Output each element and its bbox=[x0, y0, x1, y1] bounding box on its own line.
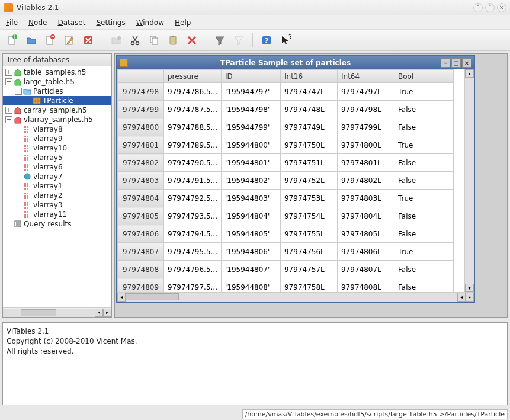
table-row[interactable]: 9797480697974794.5...'195944805'97974755… bbox=[118, 225, 454, 243]
tree-body[interactable]: +table_samples.h5−large_table.h5−Particl… bbox=[3, 66, 111, 307]
menu-dataset[interactable]: Dataset bbox=[57, 18, 85, 27]
table-cell[interactable]: 97974806L bbox=[337, 243, 394, 261]
tree-item[interactable]: Query results bbox=[3, 219, 111, 229]
tree-item[interactable]: vlarray5 bbox=[3, 153, 111, 162]
tree-item[interactable]: −vlarray_samples.h5 bbox=[3, 115, 111, 124]
table-cell[interactable]: 97974799L bbox=[337, 118, 394, 136]
close-file-button[interactable]: – bbox=[43, 33, 58, 48]
subwindow-close-button[interactable]: × bbox=[462, 58, 471, 68]
table-row[interactable]: 9797480297974790.5...'195944801'97974751… bbox=[118, 154, 454, 172]
menu-settings[interactable]: Settings bbox=[96, 18, 125, 27]
tree-hscrollbar[interactable]: ◂▸ bbox=[3, 307, 111, 317]
tree-item[interactable]: +carray_sample.h5 bbox=[3, 105, 111, 115]
column-header[interactable]: ID bbox=[221, 70, 280, 83]
table-cell[interactable]: 97974793.5... bbox=[164, 207, 222, 225]
table-cell[interactable]: 97974804L bbox=[337, 207, 394, 225]
table-cell[interactable]: 97974751L bbox=[280, 154, 337, 172]
table-row[interactable]: 9797480497974792.5...'195944803'97974753… bbox=[118, 190, 454, 207]
table-cell[interactable]: '195944803' bbox=[221, 190, 280, 207]
table-cell[interactable]: 97974791.5... bbox=[164, 172, 222, 190]
column-header[interactable]: pressure bbox=[164, 70, 222, 83]
table-cell[interactable]: '195944807' bbox=[221, 261, 280, 278]
table-cell[interactable]: 97974752L bbox=[280, 172, 337, 190]
table-cell[interactable]: 97974788.5... bbox=[164, 118, 222, 136]
table-cell[interactable]: 97974789.5... bbox=[164, 136, 222, 154]
column-header[interactable]: Bool bbox=[394, 70, 453, 83]
table-cell[interactable]: 97974749L bbox=[280, 118, 337, 136]
tree-item[interactable]: vlarray2 bbox=[3, 191, 111, 200]
tree-item[interactable]: vlarray6 bbox=[3, 162, 111, 172]
table-cell[interactable]: 97974748L bbox=[280, 101, 337, 118]
table-cell[interactable]: 97974803L bbox=[337, 190, 394, 207]
filter-clear-button[interactable] bbox=[231, 33, 246, 48]
row-header[interactable]: 97974798 bbox=[118, 83, 164, 101]
table-cell[interactable]: True bbox=[394, 83, 453, 101]
table-cell[interactable]: '195944802' bbox=[221, 172, 280, 190]
menu-window[interactable]: Window bbox=[136, 18, 164, 27]
close-window-button[interactable]: × bbox=[497, 3, 506, 12]
tree-item[interactable]: +table_samples.h5 bbox=[3, 68, 111, 77]
table-cell[interactable]: 97974790.5... bbox=[164, 154, 222, 172]
table-row[interactable]: 9797480897974796.5...'195944807'97974757… bbox=[118, 261, 454, 278]
table-cell[interactable]: '195944806' bbox=[221, 243, 280, 261]
table-cell[interactable]: '195944805' bbox=[221, 225, 280, 243]
table-cell[interactable]: 97974797L bbox=[337, 83, 394, 101]
table-cell[interactable]: False bbox=[394, 118, 453, 136]
tree-item[interactable]: vlarray11 bbox=[3, 210, 111, 219]
table-cell[interactable]: True bbox=[394, 136, 453, 154]
table-cell[interactable]: 97974750L bbox=[280, 136, 337, 154]
menu-file[interactable]: File bbox=[6, 18, 18, 27]
table-row[interactable]: 9797479997974787.5...'195944798'97974748… bbox=[118, 101, 454, 118]
tree-item[interactable]: vlarray8 bbox=[3, 124, 111, 134]
table-cell[interactable]: 97974802L bbox=[337, 172, 394, 190]
menu-help[interactable]: Help bbox=[175, 18, 191, 27]
tree-item[interactable]: −Particles bbox=[3, 86, 111, 96]
row-header[interactable]: 97974801 bbox=[118, 136, 164, 154]
table-cell[interactable]: 97974796.5... bbox=[164, 261, 222, 278]
table-row[interactable]: 9797480397974791.5...'195944802'97974752… bbox=[118, 172, 454, 190]
subwindow-minimize-button[interactable]: – bbox=[441, 58, 450, 68]
row-header[interactable]: 97974800 bbox=[118, 118, 164, 136]
tree-item[interactable]: vlarray10 bbox=[3, 143, 111, 153]
cut-button[interactable] bbox=[127, 33, 143, 48]
subwindow-maximize-button[interactable]: ▢ bbox=[451, 58, 461, 68]
table-vscrollbar[interactable]: ▴▾ bbox=[464, 69, 474, 292]
table-cell[interactable]: '195944799' bbox=[221, 118, 280, 136]
table-cell[interactable]: False bbox=[394, 172, 453, 190]
row-header[interactable]: 97974806 bbox=[118, 225, 164, 243]
minimize-button[interactable]: ˅ bbox=[473, 3, 483, 12]
column-header[interactable]: Int64 bbox=[337, 70, 394, 83]
table-row[interactable]: 9797480197974789.5...'195944800'97974750… bbox=[118, 136, 454, 154]
table-cell[interactable]: 97974801L bbox=[337, 154, 394, 172]
help-button[interactable]: ? bbox=[259, 33, 274, 48]
table-cell[interactable]: '195944797' bbox=[221, 83, 280, 101]
tree-expander[interactable]: − bbox=[15, 88, 22, 95]
table-cell[interactable]: 97974787.5... bbox=[164, 101, 222, 118]
tree-expander[interactable]: + bbox=[5, 107, 12, 114]
subwindow-titlebar[interactable]: TParticle Sample set of particles – ▢ × bbox=[117, 56, 474, 69]
table-cell[interactable]: '195944801' bbox=[221, 154, 280, 172]
tree-expander[interactable]: + bbox=[5, 69, 12, 76]
table-cell[interactable]: 97974800L bbox=[337, 136, 394, 154]
table-row[interactable]: 9797480997974797.5...'195944808'97974758… bbox=[118, 278, 454, 293]
menu-node[interactable]: Node bbox=[28, 18, 47, 27]
filter-button[interactable] bbox=[212, 33, 227, 48]
maximize-button[interactable]: ˄ bbox=[485, 3, 495, 12]
delete-node-button[interactable] bbox=[184, 33, 200, 48]
table-cell[interactable]: False bbox=[394, 261, 453, 278]
table-cell[interactable]: 97974797.5... bbox=[164, 278, 222, 293]
table-row[interactable]: 9797480097974788.5...'195944799'97974749… bbox=[118, 118, 454, 136]
table-cell[interactable]: True bbox=[394, 190, 453, 207]
table-cell[interactable]: True bbox=[394, 243, 453, 261]
table-cell[interactable]: 97974808L bbox=[337, 278, 394, 293]
tree-expander[interactable]: − bbox=[5, 116, 12, 123]
table-cell[interactable]: 97974756L bbox=[280, 243, 337, 261]
table-cell[interactable]: 97974747L bbox=[280, 83, 337, 101]
table-cell[interactable]: False bbox=[394, 154, 453, 172]
paste-button[interactable] bbox=[165, 33, 181, 48]
table-cell[interactable]: '195944808' bbox=[221, 278, 280, 293]
table-cell[interactable]: 97974795.5... bbox=[164, 243, 222, 261]
tree-item[interactable]: vlarray3 bbox=[3, 200, 111, 210]
table-cell[interactable]: 97974798L bbox=[337, 101, 394, 118]
table-cell[interactable]: 97974755L bbox=[280, 225, 337, 243]
